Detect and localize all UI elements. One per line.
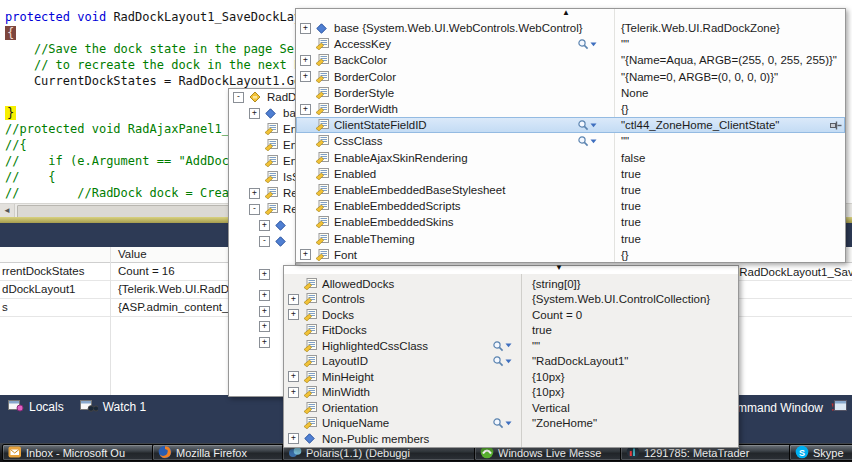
collapse-icon[interactable]: - — [233, 92, 244, 103]
prop-icon — [304, 417, 318, 429]
property-row[interactable]: FitDockstrue — [284, 323, 738, 339]
column-divider[interactable] — [110, 247, 111, 395]
property-row[interactable]: EnableEmbeddedScriptstrue — [296, 198, 845, 214]
magnifier-icon[interactable] — [577, 135, 597, 147]
properties-popup: ▲ +base {System.Web.UI.WebControls.WebCo… — [295, 8, 846, 263]
expand-icon[interactable]: + — [288, 387, 299, 398]
expand-icon[interactable]: + — [259, 269, 270, 280]
property-row[interactable]: ClientStateFieldID"ctl44_ZoneHome_Client… — [296, 117, 845, 133]
expand-icon[interactable]: + — [300, 249, 311, 260]
datatip-tree-row[interactable]: En — [229, 121, 295, 137]
property-value: {string[0]} — [532, 278, 581, 290]
magnifier-icon[interactable] — [577, 38, 597, 50]
magnifier-icon[interactable] — [492, 417, 512, 429]
prop-icon — [304, 371, 318, 383]
property-name: Enabled — [334, 168, 376, 180]
property-row[interactable]: EnableEmbeddedSkinstrue — [296, 214, 845, 230]
prop-icon — [316, 38, 330, 50]
tab-watch-1[interactable]: Watch 1 — [80, 399, 147, 415]
property-name: Orientation — [322, 402, 378, 414]
properties-popup-lower: ▼ AllowedDocks{string[0]}+Controls{Syste… — [283, 265, 739, 448]
property-row[interactable]: +BorderColor"{Name=0, ARGB=(0, 0, 0, 0)}… — [296, 69, 845, 85]
property-row[interactable]: +base {System.Web.UI.WebControls.WebCont… — [296, 20, 845, 36]
datatip-parent-rows: -RadDo+baEnEnEnIsS+Re-Re+- — [229, 89, 295, 249]
expand-icon[interactable]: + — [300, 104, 311, 115]
expand-icon[interactable]: + — [300, 23, 311, 34]
expand-icon[interactable]: + — [259, 220, 270, 231]
taskbar-button-firefox[interactable]: Mozilla Firefox — [152, 444, 290, 461]
property-row[interactable]: OrientationVertical — [284, 400, 738, 416]
property-row[interactable]: AllowedDocks{string[0]} — [284, 276, 738, 292]
property-row[interactable]: +DocksCount = 0 — [284, 307, 738, 323]
property-row[interactable]: Enabledtrue — [296, 166, 845, 182]
prop-icon — [316, 152, 330, 164]
expand-icon[interactable]: + — [259, 306, 270, 317]
datatip-tree-row[interactable]: En — [229, 153, 295, 169]
property-rows: AllowedDocks{string[0]}+Controls{System.… — [284, 276, 738, 447]
prop-icon — [316, 54, 330, 66]
prop-icon — [316, 200, 330, 212]
property-row[interactable]: EnableThemingtrue — [296, 230, 845, 246]
magnifier-icon[interactable] — [577, 119, 597, 131]
property-row[interactable]: +MinHeight{10px} — [284, 369, 738, 385]
collapse-icon[interactable]: - — [249, 204, 260, 215]
expand-icon[interactable]: + — [249, 188, 260, 199]
expand-icon[interactable]: + — [300, 71, 311, 82]
expand-icon[interactable]: + — [300, 55, 311, 66]
collapse-icon[interactable]: - — [259, 236, 270, 247]
property-row[interactable]: UniqueName"ZoneHome" — [284, 416, 738, 432]
property-value: {10px} — [532, 386, 565, 398]
expand-icon[interactable]: + — [288, 433, 299, 444]
scroll-down-icon[interactable]: ▼ — [555, 263, 563, 272]
property-value: Vertical — [532, 402, 570, 414]
datatip-tree-row[interactable]: En — [229, 137, 295, 153]
property-row[interactable]: BorderStyleNone — [296, 85, 845, 101]
datatip-tree-row[interactable]: - — [229, 233, 295, 249]
magnifier-icon[interactable] — [492, 355, 512, 367]
property-row[interactable]: +Controls{System.Web.UI.ControlCollectio… — [284, 292, 738, 308]
property-row[interactable]: +MinWidth{10px} — [284, 385, 738, 401]
property-row[interactable]: CssClass"" — [296, 133, 845, 149]
scroll-up-icon[interactable]: ▲ — [562, 8, 570, 17]
datatip-tree-row[interactable]: +ba — [229, 105, 295, 121]
taskbar-button-outlook[interactable]: Inbox - Microsoft Ou — [2, 444, 160, 461]
datatip-tree-row[interactable]: -Re — [229, 201, 295, 217]
expand-icon[interactable]: + — [288, 371, 299, 382]
property-row[interactable]: EnableEmbeddedBaseStylesheettrue — [296, 182, 845, 198]
property-value: None — [621, 87, 649, 99]
property-name: EnableAjaxSkinRendering — [334, 152, 468, 164]
command-window-tab[interactable]: mmand Window — [737, 400, 847, 415]
property-value: true — [621, 200, 641, 212]
datatip-tree-row[interactable]: IsS — [229, 169, 295, 185]
taskbar-button-label: Inbox - Microsoft Ou — [26, 447, 125, 459]
property-row[interactable]: +BackColor"{Name=Aqua, ARGB=(255, 0, 255… — [296, 52, 845, 68]
expand-icon[interactable]: + — [288, 294, 299, 305]
property-row[interactable]: LayoutID"RadDockLayout1" — [284, 354, 738, 370]
property-row[interactable]: +Non-Public members — [284, 431, 738, 447]
taskbar-button-skype[interactable]: SSkype — [789, 444, 852, 461]
property-name: HighlightedCssClass — [322, 340, 428, 352]
property-value: true — [621, 233, 641, 245]
property-row[interactable]: AccessKey"" — [296, 36, 845, 52]
tab-locals[interactable]: Locals — [8, 399, 64, 415]
scrollbar-left-arrow-icon[interactable]: ◄ — [0, 204, 15, 217]
datatip-tree-row[interactable]: -RadDo — [229, 89, 295, 105]
property-row[interactable]: +BorderWidth{} — [296, 101, 845, 117]
property-row[interactable]: EnableAjaxSkinRenderingfalse — [296, 150, 845, 166]
expand-icon[interactable]: + — [288, 309, 299, 320]
prop-icon — [265, 187, 279, 199]
property-name: EnableEmbeddedSkins — [334, 216, 454, 228]
pin-icon[interactable] — [829, 120, 842, 133]
property-row[interactable]: HighlightedCssClass"" — [284, 338, 738, 354]
datatip-tree-row[interactable]: + — [229, 217, 295, 233]
firefox-icon — [158, 445, 172, 461]
expand-icon[interactable]: + — [259, 321, 270, 332]
property-name: Controls — [322, 293, 365, 305]
expand-icon[interactable]: + — [259, 290, 270, 301]
expand-icon[interactable]: + — [249, 108, 260, 119]
magnifier-icon[interactable] — [492, 340, 512, 352]
expand-icon[interactable]: + — [259, 337, 270, 348]
datatip-tree-row[interactable]: +Re — [229, 185, 295, 201]
property-name: Font — [334, 249, 357, 261]
property-row[interactable]: +Font{} — [296, 247, 845, 263]
